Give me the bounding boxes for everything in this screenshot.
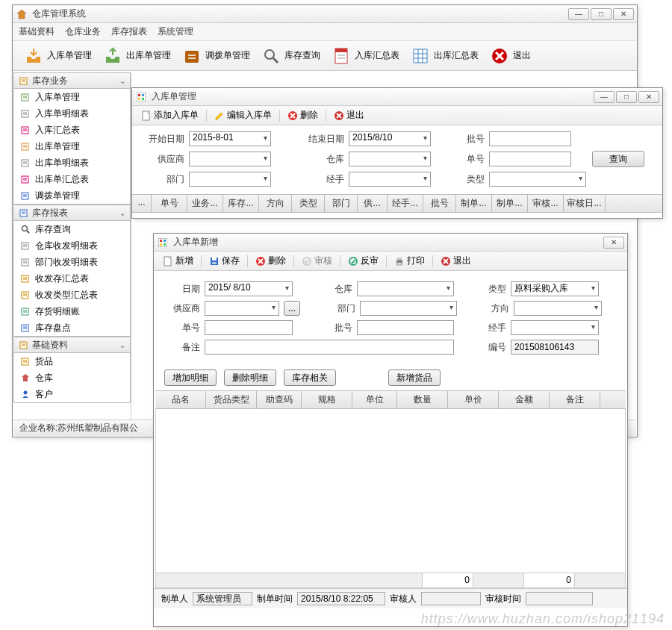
column-header[interactable]: 审核... — [528, 195, 564, 212]
sidebar-item[interactable]: 仓库收发明细表 — [14, 237, 130, 254]
mgr-new-button[interactable]: 添加入库单 — [138, 109, 202, 122]
mgr-titlebar: 入库单管理 — □ ✕ — [132, 88, 662, 106]
column-header[interactable]: 业务... — [187, 195, 223, 212]
mgr-exit-button[interactable]: 退出 — [331, 109, 367, 122]
toolbar-outbox-button[interactable]: 出库单管理 — [99, 44, 174, 68]
handler-combo[interactable] — [511, 320, 599, 335]
add-exit-button[interactable]: 退出 — [438, 255, 474, 267]
close-button[interactable]: ✕ — [613, 8, 634, 20]
sidebar-item[interactable]: 部门收发明细表 — [14, 254, 130, 270]
column-header[interactable]: 方向 — [259, 195, 292, 212]
column-header[interactable]: 类型 — [292, 195, 325, 212]
toolbar-sheet-button[interactable]: 入库汇总表 — [328, 44, 402, 68]
column-header[interactable]: 库存... — [223, 195, 259, 212]
close-button[interactable]: ✕ — [603, 237, 624, 249]
supplier-combo[interactable] — [189, 152, 271, 166]
column-header[interactable]: 单号 — [152, 195, 187, 212]
sidebar-item[interactable]: 出库单管理 — [14, 138, 130, 155]
sidebar-item[interactable]: 仓库 — [14, 369, 130, 386]
dept-combo[interactable] — [189, 172, 271, 187]
main-toolbar: 入库单管理出库单管理调拨单管理库存查询入库汇总表出库汇总表退出 — [13, 41, 637, 71]
menu-item[interactable]: 系统管理 — [158, 25, 193, 38]
mgr-edit-button[interactable]: 编辑入库单 — [211, 109, 275, 122]
del-line-button[interactable]: 删除明细 — [224, 369, 276, 386]
add-unaudit-button[interactable]: 反审 — [345, 255, 382, 267]
toolbar-search-button[interactable]: 库存查询 — [258, 44, 323, 68]
minimize-button[interactable]: — — [594, 91, 615, 103]
dept-combo[interactable] — [360, 301, 457, 316]
column-header[interactable]: 数量 — [397, 391, 448, 408]
column-header[interactable]: 助查码 — [257, 391, 302, 408]
type-combo[interactable]: 原料采购入库 — [511, 281, 599, 296]
menu-item[interactable]: 仓库业务 — [65, 25, 101, 38]
no-input[interactable] — [205, 320, 293, 335]
add-line-button[interactable]: 增加明细 — [164, 369, 217, 386]
mgr-del-button[interactable]: 删除 — [284, 109, 321, 122]
column-header[interactable]: 金额 — [499, 391, 550, 408]
toolbar-grid-button[interactable]: 出库汇总表 — [407, 44, 482, 68]
column-header[interactable]: 备注 — [550, 391, 600, 408]
column-header[interactable]: 批号 — [423, 195, 456, 212]
toolbar-transfer-button[interactable]: 调拨单管理 — [178, 44, 253, 68]
column-header[interactable]: 品名 — [155, 391, 206, 408]
grid-body[interactable] — [155, 409, 626, 573]
sidebar-item[interactable]: 库存查询 — [14, 221, 130, 237]
close-button[interactable]: ✕ — [638, 91, 659, 103]
sidebar-item[interactable]: 入库单管理 — [14, 89, 130, 105]
batch-input[interactable] — [489, 131, 571, 146]
add-print-button[interactable]: 打印 — [391, 255, 428, 267]
column-header[interactable]: 规格 — [302, 391, 352, 408]
new-goods-button[interactable]: 新增货品 — [388, 369, 441, 386]
query-button[interactable]: 查询 — [592, 151, 644, 167]
accordion-header[interactable]: 库存报表⌄ — [13, 205, 131, 221]
column-header[interactable]: 部门 — [325, 195, 358, 212]
sidebar-item[interactable]: 出库单汇总表 — [14, 171, 130, 187]
no-input[interactable] — [489, 152, 571, 166]
minimize-button[interactable]: — — [568, 8, 589, 20]
column-header[interactable]: 经手... — [388, 195, 423, 212]
wh-combo[interactable] — [357, 281, 454, 296]
sidebar-item[interactable]: 入库单明细表 — [14, 105, 130, 122]
toolbar-close-button[interactable]: 退出 — [486, 44, 534, 68]
menu-item[interactable]: 库存报表 — [111, 25, 147, 38]
supplier-lookup-button[interactable]: ... — [284, 301, 300, 316]
column-header[interactable]: 供... — [358, 195, 388, 212]
menu-item[interactable]: 基础资料 — [19, 25, 55, 38]
end-date-input[interactable]: 2015/8/10 — [349, 131, 431, 146]
sidebar-item[interactable]: 存货明细账 — [14, 303, 130, 319]
column-header[interactable]: 单价 — [448, 391, 499, 408]
column-header[interactable]: 审核日... — [564, 195, 606, 212]
sidebar-item[interactable]: 货品 — [14, 353, 130, 369]
column-header[interactable]: 单位 — [352, 391, 397, 408]
supplier-combo[interactable] — [205, 301, 279, 316]
add-save-button[interactable]: 保存 — [206, 255, 243, 267]
sidebar-item[interactable]: 入库汇总表 — [14, 122, 130, 138]
column-header[interactable]: 制单... — [456, 195, 492, 212]
sidebar-item[interactable]: 调拨单管理 — [14, 187, 130, 204]
total-amt: 0 — [523, 573, 574, 587]
wh-combo[interactable] — [349, 152, 431, 166]
sidebar-item[interactable]: 库存盘点 — [14, 319, 130, 336]
start-date-input[interactable]: 2015-8-01 — [189, 131, 271, 146]
column-header[interactable]: 货品类型 — [206, 391, 257, 408]
handler-combo[interactable] — [349, 172, 431, 187]
accordion-header[interactable]: 基础资料⌄ — [13, 337, 131, 353]
accordion-header[interactable]: 库存业务⌄ — [13, 72, 131, 89]
sidebar-item[interactable]: 收发类型汇总表 — [14, 287, 130, 303]
column-header[interactable]: 制单... — [492, 195, 528, 212]
maximize-button[interactable]: □ — [616, 91, 637, 103]
sidebar-item[interactable]: 出库单明细表 — [14, 155, 130, 171]
maximize-button[interactable]: □ — [591, 8, 612, 20]
batch-input[interactable] — [357, 320, 454, 335]
sidebar-item[interactable]: 收发存汇总表 — [14, 270, 130, 287]
rel-button[interactable]: 库存相关 — [284, 369, 336, 386]
remark-input[interactable] — [205, 340, 454, 355]
add-new-button[interactable]: 新增 — [160, 255, 196, 267]
dir-combo[interactable] — [514, 301, 602, 316]
toolbar-inbox-button[interactable]: 入库单管理 — [20, 44, 95, 68]
column-header[interactable]: ... — [132, 195, 152, 212]
type-combo[interactable] — [489, 172, 586, 187]
add-del-button[interactable]: 删除 — [252, 255, 289, 267]
date-input[interactable]: 2015/ 8/10 — [205, 281, 293, 296]
sidebar-item[interactable]: 客户 — [14, 386, 130, 402]
